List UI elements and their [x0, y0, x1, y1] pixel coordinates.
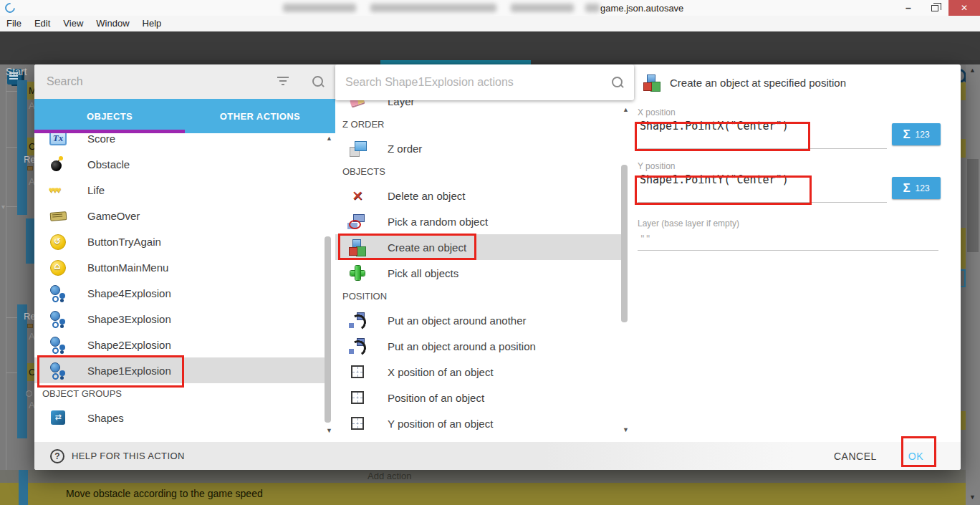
- score-icon: [49, 133, 67, 145]
- help-button[interactable]: HELP FOR THIS ACTION: [50, 449, 185, 463]
- scrollbar-thumb[interactable]: [621, 165, 628, 322]
- list-item-layer[interactable]: Layer: [335, 100, 625, 114]
- list-item-delete-an-object[interactable]: Delete an object: [335, 183, 625, 208]
- list-item-label: Pick a random object: [388, 216, 488, 228]
- list-item-life[interactable]: Life: [34, 177, 331, 203]
- numbers-label: 123: [916, 130, 930, 140]
- list-item-label: Put an object around a position: [388, 340, 536, 352]
- event-fragment: M: [27, 82, 34, 100]
- objects-search-input[interactable]: [47, 72, 261, 92]
- expression-editor-button[interactable]: Σ 123: [892, 177, 941, 199]
- expression-editor-button[interactable]: Σ 123: [892, 123, 941, 145]
- minimize-button[interactable]: –: [895, 0, 921, 16]
- event-indent-bar: [17, 80, 27, 215]
- field-label: Layer (base layer if empty): [638, 218, 739, 229]
- scroll-up-icon[interactable]: ▲: [623, 106, 629, 113]
- list-item-label: Z order: [388, 143, 422, 155]
- list-item-buttontryagain[interactable]: ButtonTryAgain: [34, 229, 331, 254]
- list-item-position-of-an-object[interactable]: Position of an object: [335, 385, 625, 410]
- menu-window[interactable]: Window: [96, 18, 129, 29]
- x-position-input[interactable]: Shape1.PointX("Center"): [640, 120, 789, 133]
- zorder-icon: [348, 139, 367, 158]
- section-header: OBJECT GROUPS: [34, 383, 331, 405]
- timer-mini-icon: [26, 390, 32, 397]
- scroll-down-icon[interactable]: ▼: [326, 427, 332, 434]
- instruction-editor-dialog: OBJECTS OTHER ACTIONS ScoreObstacleLifeG…: [34, 64, 961, 470]
- objects-panel: OBJECTS OTHER ACTIONS ScoreObstacleLifeG…: [34, 64, 335, 442]
- list-item-shape3explosion[interactable]: Shape3Explosion: [34, 306, 331, 332]
- list-item-z-order[interactable]: Z order: [335, 135, 625, 161]
- list-item-label: Shape3Explosion: [87, 313, 171, 325]
- list-item-label: Life: [87, 184, 105, 196]
- list-item-pick-a-random-object[interactable]: Pick a random object: [335, 208, 625, 234]
- section-header: OBJECTS: [335, 161, 625, 183]
- toolbar-dimmed: [0, 32, 980, 60]
- list-item-pick-all-objects[interactable]: Pick all objects: [335, 260, 625, 286]
- sigma-icon: Σ: [903, 128, 910, 142]
- list-item-obstacle[interactable]: Obstacle: [34, 151, 331, 177]
- y-position-input[interactable]: Shape1.PointY("Center"): [640, 173, 789, 186]
- menu-file[interactable]: File: [6, 18, 21, 29]
- restore-button[interactable]: [923, 0, 947, 16]
- list-item-put-an-object-around-another[interactable]: Put an object around another: [335, 307, 625, 333]
- home-icon: [49, 258, 67, 276]
- list-item-shape2explosion[interactable]: Shape2Explosion: [34, 332, 331, 357]
- search-icon[interactable]: [311, 74, 325, 89]
- list-item-label: Obstacle: [87, 158, 130, 170]
- list-item-label: Pick all objects: [388, 267, 458, 279]
- filter-icon[interactable]: [277, 75, 289, 87]
- section-header: Z ORDER: [335, 114, 625, 135]
- tab-objects[interactable]: OBJECTS: [34, 99, 185, 133]
- layer-input[interactable]: "": [640, 233, 651, 244]
- close-button[interactable]: ✕: [948, 0, 980, 16]
- field-underline: [638, 250, 938, 251]
- list-item-y-position-of-an-object[interactable]: Y position of an object: [335, 410, 625, 436]
- redacted-title-segment: [370, 4, 496, 12]
- window-scrollbar[interactable]: ▲ ▼: [966, 64, 980, 505]
- list-item-create-an-object[interactable]: Create an object: [335, 234, 625, 260]
- redacted-title-segment: [585, 4, 600, 12]
- list-item-shape1explosion[interactable]: Shape1Explosion: [34, 357, 331, 383]
- field-label: X position: [638, 107, 676, 117]
- menu-edit[interactable]: Edit: [34, 18, 50, 29]
- list-item-shape4explosion[interactable]: Shape4Explosion: [34, 280, 331, 306]
- explosion-icon: [49, 361, 67, 380]
- cancel-button[interactable]: CANCEL: [834, 451, 877, 462]
- list-item-label: ButtonTryAgain: [87, 236, 161, 248]
- menu-view[interactable]: View: [63, 18, 83, 29]
- position-icon: [351, 417, 364, 430]
- list-item-put-an-object-around-a-position[interactable]: Put an object around a position: [335, 333, 625, 359]
- objects-search-bar: [34, 64, 335, 99]
- list-item-label: Put an object around another: [388, 314, 526, 327]
- list-item-buttonmainmenu[interactable]: ButtonMainMenu: [34, 254, 331, 280]
- list-item-gameover[interactable]: GameOver: [34, 203, 331, 229]
- gdevelop-logo-icon: [3, 1, 17, 15]
- hearts-icon: [49, 181, 67, 199]
- tab-other-actions[interactable]: OTHER ACTIONS: [185, 99, 335, 133]
- scroll-down-icon[interactable]: ▼: [969, 494, 976, 501]
- explosion-icon: [49, 335, 67, 354]
- layer-icon: [348, 100, 367, 110]
- scroll-up-icon[interactable]: ▲: [969, 67, 976, 74]
- create-icon: [348, 238, 367, 256]
- event-indent-bar: [19, 470, 28, 505]
- scrollbar-thumb[interactable]: [967, 159, 979, 252]
- help-icon: [50, 449, 64, 463]
- objects-tabs: OBJECTS OTHER ACTIONS: [34, 99, 335, 133]
- scroll-down-icon[interactable]: ▼: [623, 426, 629, 433]
- ok-button[interactable]: OK: [908, 451, 923, 462]
- actions-search-input[interactable]: [345, 72, 589, 92]
- list-item-shapes[interactable]: Shapes: [34, 405, 331, 431]
- list-item-x-position-of-an-object[interactable]: X position of an object: [335, 359, 625, 385]
- action-header: Create an object at specified position: [643, 73, 846, 92]
- scroll-up-icon[interactable]: ▲: [326, 135, 332, 142]
- scrollbar-thumb[interactable]: [325, 236, 331, 423]
- field-label: Y position: [638, 161, 675, 171]
- search-icon[interactable]: [610, 75, 625, 90]
- around-icon: [348, 311, 367, 330]
- list-item-score[interactable]: Score: [34, 133, 331, 151]
- menu-help[interactable]: Help: [143, 18, 162, 29]
- explosion-icon: [49, 284, 67, 302]
- actions-list: LayerZ ORDERZ orderOBJECTSDelete an obje…: [335, 100, 625, 442]
- field-underline: [638, 148, 887, 149]
